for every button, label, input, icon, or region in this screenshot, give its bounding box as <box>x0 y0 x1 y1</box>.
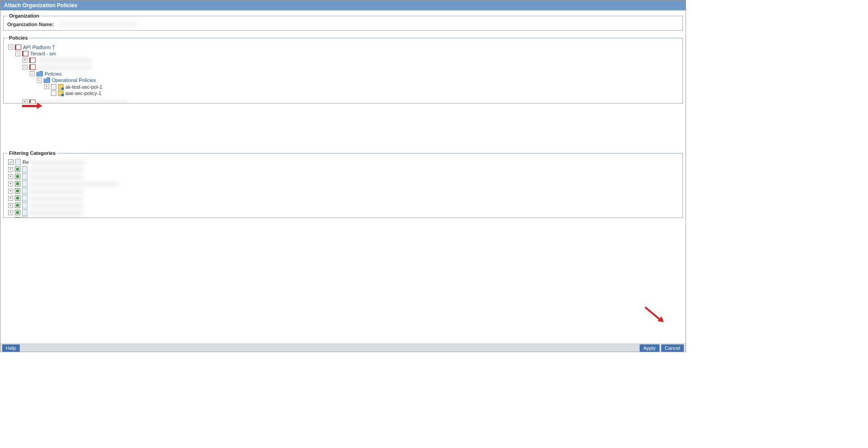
policy-label: ase-sec-policy-1 <box>65 91 101 96</box>
filter-checkbox[interactable] <box>8 159 14 165</box>
attach-org-policies-dialog: Attach Organization Policies Organizatio… <box>0 0 686 352</box>
tree-label: Operational Policies <box>52 77 96 83</box>
filtering-item[interactable]: + <box>8 202 679 209</box>
help-button[interactable]: Help <box>2 344 20 352</box>
collapse-icon[interactable]: − <box>30 71 35 76</box>
expand-icon[interactable]: + <box>8 217 13 218</box>
filter-square-icon[interactable] <box>15 174 20 179</box>
folder-icon <box>44 77 50 83</box>
expand-icon[interactable]: + <box>8 210 13 215</box>
expand-icon[interactable]: + <box>8 167 13 172</box>
policies-fieldset: Policies − API Platform T − <box>3 35 683 104</box>
tree-operational-folder[interactable]: − Operational Policies <box>37 77 96 83</box>
filtering-legend: Filtering Categories <box>7 150 57 156</box>
organization-legend: Organization <box>7 13 41 18</box>
tree-policies-folder[interactable]: − Policies <box>30 71 62 77</box>
policy-item[interactable]: + ak-test-sec-pol-1 <box>44 84 102 90</box>
tree-label: Policies <box>45 71 62 77</box>
page-icon <box>22 173 27 180</box>
filtering-list: Re + + <box>7 158 679 218</box>
filter-label: Re <box>23 159 29 165</box>
filter-square-icon[interactable] <box>15 188 20 194</box>
dialog-title: Attach Organization Policies <box>0 0 686 10</box>
blurred-label <box>31 160 85 165</box>
expand-icon[interactable]: + <box>8 181 13 186</box>
policies-legend: Policies <box>7 35 30 41</box>
collapse-icon[interactable]: − <box>37 78 42 83</box>
policy-icon <box>58 84 64 90</box>
tree-label: Tenant - sm <box>30 51 56 56</box>
filter-square-icon[interactable] <box>15 217 20 218</box>
tree-tenant[interactable]: − Tenant - sm <box>15 51 56 56</box>
org-icon <box>29 100 36 104</box>
collapse-icon[interactable]: − <box>15 51 20 56</box>
expand-icon[interactable]: + <box>8 189 13 194</box>
blurred-label <box>37 58 91 63</box>
expand-icon[interactable]: + <box>8 196 13 201</box>
policy-checkbox[interactable] <box>51 91 56 96</box>
tree-item-truncated[interactable]: + <box>23 100 127 104</box>
blurred-label <box>37 65 91 70</box>
org-icon <box>15 45 21 50</box>
expand-icon[interactable]: + <box>8 203 13 208</box>
policies-tree: − API Platform T − Tenant - sm <box>7 43 679 104</box>
dialog-bottombar: Help Apply Cancel <box>0 344 686 352</box>
organization-name-value <box>58 21 139 27</box>
filtering-item[interactable]: + <box>8 166 679 173</box>
policy-item-highlighted[interactable]: ase-sec-policy-1 <box>44 91 101 96</box>
spacer <box>3 108 683 150</box>
page-icon <box>22 166 27 172</box>
blurred-label <box>29 181 119 186</box>
filtering-item[interactable]: + <box>8 173 679 180</box>
filtering-item[interactable]: + <box>8 195 679 202</box>
organization-name-label: Organization Name: <box>7 22 54 27</box>
page-icon <box>22 217 27 218</box>
filter-square-icon[interactable] <box>15 195 20 201</box>
filtering-item[interactable]: + <box>8 180 679 187</box>
blurred-label <box>29 210 83 215</box>
page-icon <box>22 209 27 216</box>
page-icon <box>22 195 27 201</box>
policy-checkbox[interactable] <box>51 84 56 90</box>
expand-icon[interactable]: + <box>23 58 27 63</box>
filtering-item[interactable]: + <box>8 209 679 216</box>
folder-icon <box>36 71 43 77</box>
apply-button[interactable]: Apply <box>640 344 659 352</box>
annotation-arrow-apply <box>636 298 674 336</box>
page-icon <box>22 188 27 194</box>
collapse-icon[interactable]: − <box>23 65 27 70</box>
filtering-item[interactable]: + <box>8 216 679 218</box>
expand-icon[interactable]: + <box>8 174 13 179</box>
blurred-label <box>29 203 83 208</box>
org-icon <box>29 58 36 63</box>
tree-root[interactable]: − API Platform T <box>8 45 55 50</box>
dialog-content: Organization Organization Name: Policies… <box>0 10 686 344</box>
tree-item-blurred[interactable]: + <box>23 58 91 63</box>
tree-label: API Platform T <box>23 45 55 50</box>
filter-square-icon[interactable] <box>15 203 20 208</box>
filter-square-icon[interactable] <box>15 210 20 215</box>
filtering-fieldset: Filtering Categories Re + <box>3 150 683 218</box>
filtering-item[interactable]: + <box>8 187 679 195</box>
blurred-label <box>29 189 83 194</box>
blurred-label <box>29 167 83 172</box>
collapse-icon[interactable]: − <box>8 45 13 50</box>
blurred-label <box>29 196 83 201</box>
tree-item-open[interactable]: − <box>23 64 91 70</box>
organization-fieldset: Organization Organization Name: <box>3 13 683 31</box>
expand-icon[interactable]: + <box>23 100 27 104</box>
blurred-label <box>29 217 83 218</box>
cancel-button[interactable]: Cancel <box>661 344 684 352</box>
policy-icon <box>58 91 64 96</box>
page-icon <box>15 159 21 165</box>
filter-square-icon[interactable] <box>15 181 20 186</box>
policy-label: ak-test-sec-pol-1 <box>65 84 102 90</box>
expand-icon[interactable]: + <box>44 84 49 89</box>
spacer <box>44 91 49 95</box>
filter-square-icon[interactable] <box>15 167 20 172</box>
blurred-label <box>29 174 83 179</box>
page-icon <box>22 202 27 208</box>
org-icon <box>29 64 36 70</box>
tenant-icon <box>22 51 28 56</box>
filtering-item[interactable]: Re <box>8 158 679 166</box>
